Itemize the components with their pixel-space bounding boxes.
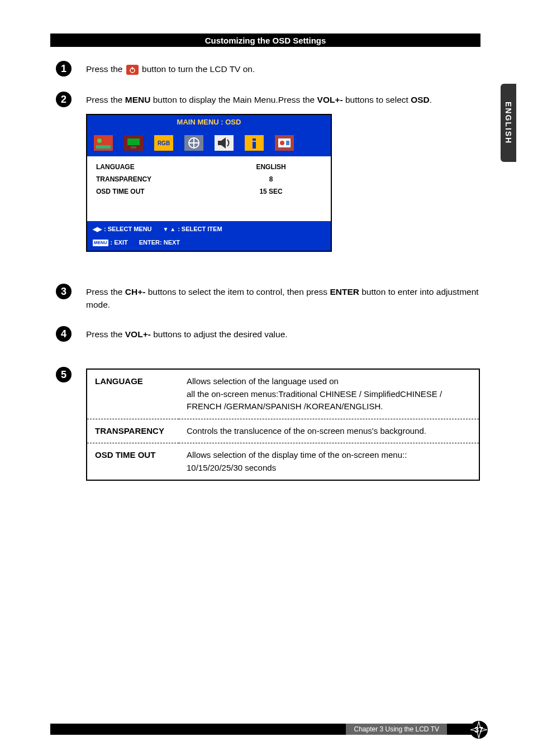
step-4: 4 Press the VOL+- buttons to adjust the … xyxy=(56,328,480,342)
svg-point-25 xyxy=(280,141,284,145)
svg-rect-11 xyxy=(131,146,136,149)
page-number-badge: 37 xyxy=(469,720,488,739)
arrow-left-right-icon xyxy=(93,224,102,234)
svg-text:5: 5 xyxy=(61,369,66,380)
osd-tab-info-icon xyxy=(244,134,265,152)
osd-hint-next-text: ENTER: NEXT xyxy=(139,238,180,247)
osd-icon-row: RGB xyxy=(87,130,331,156)
def-desc-2: Allows selection of the display time of … xyxy=(179,443,479,481)
osd-hint-select-menu: : SELECT MENU xyxy=(93,224,152,234)
osd-hint-next: ENTER: NEXT xyxy=(139,238,180,247)
step-3-text: Press the CH+- buttons to select the ite… xyxy=(86,285,480,312)
step-2-osd: OSD xyxy=(411,95,430,104)
step-2: 2 Press the MENU button to display the M… xyxy=(56,93,480,252)
osd-tab-sun-icon xyxy=(274,134,295,152)
step-2-t4: . xyxy=(430,95,432,104)
language-side-tab-label: ENGLISH xyxy=(504,102,513,144)
osd-title: MAIN MENU : OSD xyxy=(87,115,331,130)
svg-rect-21 xyxy=(253,138,256,141)
step-number-5-icon: 5 xyxy=(56,367,72,382)
step-1-text: Press the button to turn the LCD TV on. xyxy=(86,63,480,75)
svg-rect-8 xyxy=(96,145,111,149)
osd-hint-exit-text: : EXIT xyxy=(111,238,128,247)
step-2-t3: buttons to select xyxy=(343,95,411,104)
svg-rect-26 xyxy=(286,141,289,145)
chapter-label: Chapter 3 Using the LCD TV xyxy=(346,724,447,735)
def-term-2: OSD TIME OUT xyxy=(87,443,179,481)
language-side-tab: ENGLISH xyxy=(501,84,516,162)
definitions-table: LANGUAGE Allows selection of the languag… xyxy=(86,369,480,481)
osd-hint-select-item: : SELECT ITEM xyxy=(163,224,222,234)
step-2-t1: Press the xyxy=(86,95,125,104)
osd-row-value-0: ENGLISH xyxy=(220,162,322,172)
osd-values-col: ENGLISH 8 15 SEC xyxy=(220,162,322,199)
osd-footer: : SELECT MENU : SELECT ITEM MENU: EXIT E… xyxy=(87,221,331,251)
osd-row-label-2: OSD TIME OUT xyxy=(96,186,220,197)
svg-text:4: 4 xyxy=(61,328,66,339)
osd-row-value-2: 15 SEC xyxy=(220,186,322,197)
step-1-pre: Press the xyxy=(86,64,125,74)
power-icon xyxy=(126,65,139,75)
step-2-t2: button to display the Main Menu.Press th… xyxy=(150,95,317,104)
step-number-4-icon: 4 xyxy=(56,326,72,342)
osd-hint-select-menu-text: : SELECT MENU xyxy=(104,224,152,234)
svg-rect-10 xyxy=(127,138,140,145)
step-4-t1: Press the xyxy=(86,329,125,339)
svg-point-7 xyxy=(97,138,102,143)
step-1-post: button to turn the LCD TV on. xyxy=(142,64,255,74)
svg-text:3: 3 xyxy=(61,286,66,297)
def-desc-0: Allows selection of the language used on… xyxy=(179,369,479,419)
osd-tab-picture-icon xyxy=(93,134,114,152)
step-4-vol: VOL+- xyxy=(125,329,151,339)
def-term-1: TRANSPARENCY xyxy=(87,419,179,443)
step-3: 3 Press the CH+- buttons to select the i… xyxy=(56,285,480,312)
step-4-t2: buttons to adjust the desired value. xyxy=(151,329,288,339)
step-3-enter: ENTER xyxy=(330,287,359,296)
page-title: Customizing the OSD Settings xyxy=(205,36,326,45)
step-4-text: Press the VOL+- buttons to adjust the de… xyxy=(86,328,480,341)
osd-labels-col: LANGUAGE TRANSPARENCY OSD TIME OUT xyxy=(96,162,220,199)
step-3-t1: Press the xyxy=(86,287,125,296)
osd-tab-speaker-icon xyxy=(213,134,235,152)
osd-row-value-1: 8 xyxy=(220,174,322,184)
step-5: 5 LANGUAGE Allows selection of the langu… xyxy=(56,369,480,481)
osd-hint-exit: MENU: EXIT xyxy=(93,238,128,247)
osd-tab-osd-icon xyxy=(183,134,204,152)
step-number-1-icon: 1 xyxy=(56,61,72,76)
osd-preview: MAIN MENU : OSD RGB xyxy=(86,114,332,252)
step-2-text: Press the MENU button to display the Mai… xyxy=(86,93,480,252)
svg-text:RGB: RGB xyxy=(158,140,170,146)
svg-text:1: 1 xyxy=(61,63,66,74)
osd-row-label-1: TRANSPARENCY xyxy=(96,174,220,184)
table-row: TRANSPARENCY Controls the translucence o… xyxy=(87,419,479,443)
osd-hint-select-item-text: : SELECT ITEM xyxy=(178,224,222,234)
step-3-ch: CH+- xyxy=(125,287,146,296)
header-bar: Customizing the OSD Settings xyxy=(50,34,480,47)
step-3-t2: buttons to select the item to control, t… xyxy=(145,287,330,296)
table-row: OSD TIME OUT Allows selection of the dis… xyxy=(87,443,479,481)
svg-text:2: 2 xyxy=(61,94,66,105)
step-5-body: LANGUAGE Allows selection of the languag… xyxy=(86,369,480,481)
step-number-2-icon: 2 xyxy=(56,92,72,107)
def-term-0: LANGUAGE xyxy=(87,369,179,419)
osd-tab-screen-icon xyxy=(123,134,144,152)
content-area: 1 Press the button to turn the LCD TV on… xyxy=(56,63,480,497)
step-number-3-icon: 3 xyxy=(56,284,72,299)
page-number: 37 xyxy=(474,725,483,734)
osd-settings-panel: LANGUAGE TRANSPARENCY OSD TIME OUT ENGLI… xyxy=(87,156,331,221)
footer-bar: Chapter 3 Using the LCD TV xyxy=(50,724,480,735)
svg-rect-3 xyxy=(132,67,133,70)
table-row: LANGUAGE Allows selection of the languag… xyxy=(87,369,479,419)
step-2-menu: MENU xyxy=(125,95,151,104)
svg-rect-22 xyxy=(253,142,256,149)
arrow-up-down-icon xyxy=(163,224,176,234)
menu-badge-icon: MENU xyxy=(93,240,108,246)
osd-tab-rgb-icon: RGB xyxy=(153,134,174,152)
def-desc-1: Controls the translucence of the on-scre… xyxy=(179,419,479,443)
step-2-vol: VOL+- xyxy=(317,95,343,104)
osd-row-label-0: LANGUAGE xyxy=(96,162,220,172)
step-1: 1 Press the button to turn the LCD TV on… xyxy=(56,63,480,76)
